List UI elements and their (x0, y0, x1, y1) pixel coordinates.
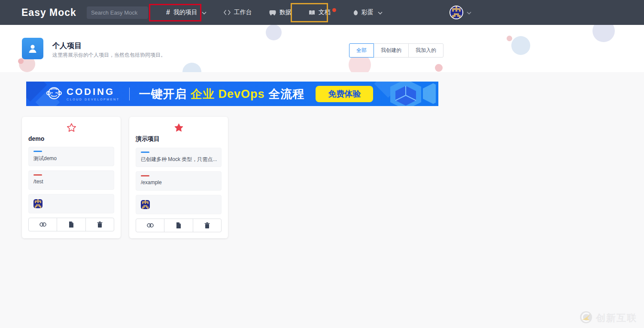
project-name: 演示项目 (136, 135, 222, 143)
easy-mock-app: Easy Mock # 我的项目 工作台 数据 (0, 0, 644, 328)
data-icon (269, 10, 276, 15)
project-url: /example (141, 179, 216, 185)
description-bar (33, 151, 42, 152)
user-menu[interactable] (450, 6, 471, 19)
decorative-circle (511, 36, 530, 55)
coding-brand-subtitle: CLOUD DEVELOPMENT (67, 98, 120, 101)
app-logo[interactable]: Easy Mock (21, 7, 76, 18)
headline-part: 企业 DevOps (191, 88, 265, 100)
tab-all[interactable]: 全部 (349, 43, 374, 58)
watermark-logo-icon (580, 311, 592, 325)
decorative-circle (507, 36, 512, 41)
delete-project-button[interactable] (85, 218, 114, 231)
banner-divider (129, 88, 130, 100)
headline-part: 全流程 (265, 88, 305, 100)
coding-brand: CODING CLOUD DEVELOPMENT (46, 85, 120, 103)
nav-item-docs[interactable]: 文档 (309, 9, 336, 16)
project-name: demo (28, 135, 114, 142)
description-bar (141, 152, 149, 153)
star-filled-icon (174, 123, 184, 132)
project-description-box: 已创建多种 Mock 类型，只需点... (136, 148, 222, 167)
link-icon (147, 223, 154, 228)
nav-item-label: 文档 (319, 9, 331, 16)
nav-item-workbench[interactable]: 工作台 (224, 9, 252, 16)
chevron-down-icon (202, 9, 207, 16)
project-card-list: demo 测试demo /test (22, 117, 228, 238)
search-input[interactable] (87, 6, 148, 19)
card-action-bar (136, 219, 222, 232)
nav-item-my-projects[interactable]: # 我的项目 (166, 9, 207, 16)
page-title: 个人项目 (52, 41, 82, 51)
decorative-circle (182, 63, 201, 72)
decorative-circle (18, 58, 24, 64)
trash-icon (204, 222, 210, 228)
watermark: 创新互联 (580, 311, 637, 325)
nav-item-label: 数据 (279, 9, 292, 16)
book-icon (309, 10, 315, 15)
member-avatar (141, 200, 150, 209)
project-url-box: /test (28, 170, 114, 190)
project-card-demo[interactable]: demo 测试demo /test (22, 117, 121, 238)
chevron-down-icon (378, 9, 383, 16)
nav-item-label: 彩蛋 (361, 9, 374, 16)
project-description-box: 测试demo (28, 147, 114, 166)
decorative-circle (592, 25, 615, 42)
tab-created-by-me[interactable]: 我创建的 (374, 43, 409, 58)
coding-monkey-logo-icon (46, 85, 62, 103)
nav-item-data[interactable]: 数据 (269, 9, 292, 16)
star-toggle[interactable] (136, 121, 222, 134)
project-filter-tabs: 全部 我创建的 我加入的 (349, 43, 444, 58)
decorative-circle (435, 64, 443, 72)
card-action-bar (28, 218, 114, 231)
coding-brand-name: CODING (67, 87, 120, 97)
personal-projects-icon (22, 38, 43, 59)
project-description: 测试demo (33, 155, 109, 162)
banner-cube-graphic (380, 82, 436, 106)
project-description: 已创建多种 Mock 类型，只需点... (141, 156, 216, 163)
nav-item-label: 工作台 (234, 9, 252, 16)
nav-item-easter-egg[interactable]: 彩蛋 (353, 9, 383, 16)
code-icon (224, 10, 231, 15)
nav-item-label: 我的项目 (173, 9, 197, 16)
free-trial-button[interactable]: 免费体验 (316, 86, 373, 102)
page-header: 个人项目 这里将展示你的个人项目，当然也包括协同项目。 全部 我创建的 我加入的 (0, 25, 644, 72)
avatar[interactable] (450, 6, 463, 19)
document-icon (176, 222, 181, 228)
project-card-example[interactable]: 演示项目 已创建多种 Mock 类型，只需点... /example (129, 117, 228, 238)
link-icon (39, 222, 46, 227)
star-outline-icon (67, 123, 76, 132)
trash-icon (97, 222, 103, 228)
tab-joined-by-me[interactable]: 我加入的 (408, 43, 444, 58)
headline-part: 一键开启 (139, 88, 191, 100)
notification-dot (332, 8, 336, 12)
document-icon (69, 222, 73, 228)
egg-icon (353, 9, 358, 15)
delete-project-button[interactable] (193, 219, 221, 232)
clone-project-button[interactable] (57, 218, 85, 231)
copy-link-button[interactable] (136, 219, 164, 232)
project-url-box: /example (136, 171, 222, 191)
project-members-box (136, 195, 222, 214)
star-toggle[interactable] (28, 121, 114, 134)
url-bar (33, 174, 42, 176)
coding-ad-banner[interactable]: CODING CLOUD DEVELOPMENT 一键开启 企业 DevOps … (26, 82, 438, 106)
watermark-text: 创新互联 (596, 312, 637, 325)
decorative-circle (266, 25, 282, 40)
banner-headline: 一键开启 企业 DevOps 全流程 (139, 86, 305, 102)
clone-project-button[interactable] (164, 219, 192, 232)
nav-menu: # 我的项目 工作台 数据 (158, 9, 391, 16)
top-navbar: Easy Mock # 我的项目 工作台 数据 (0, 0, 644, 25)
member-avatar (33, 199, 43, 208)
copy-link-button[interactable] (29, 218, 57, 231)
hash-icon: # (166, 9, 170, 16)
chevron-down-icon (467, 9, 471, 16)
url-bar (141, 175, 149, 176)
main-content: CODING CLOUD DEVELOPMENT 一键开启 企业 DevOps … (0, 72, 644, 328)
page-subtitle: 这里将展示你的个人项目，当然也包括协同项目。 (52, 52, 166, 59)
project-members-box (28, 194, 114, 213)
project-url: /test (33, 179, 109, 185)
